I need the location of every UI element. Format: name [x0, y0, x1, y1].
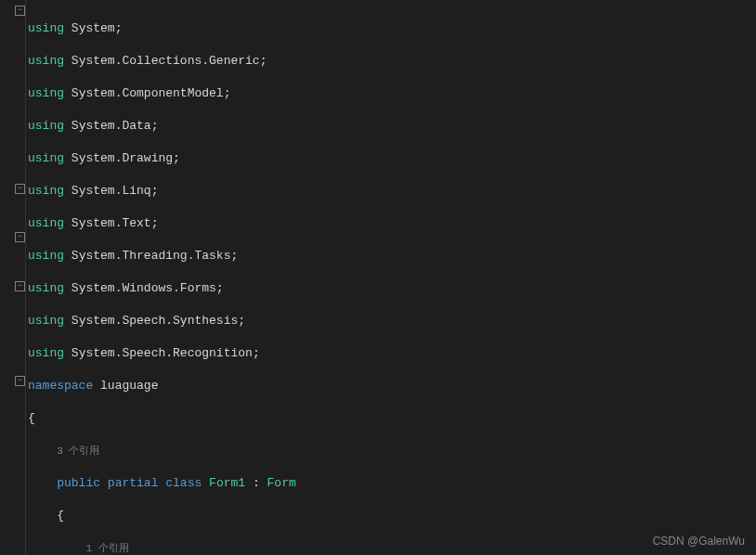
namespace-ref: System.Drawing [72, 151, 173, 165]
namespace-ref: System.Speech.Recognition [72, 346, 253, 360]
namespace-ref: System [72, 21, 115, 35]
codelens-refs[interactable]: 1 个引用 [85, 543, 128, 554]
namespace-ref: System.ComponentModel [72, 86, 224, 100]
keyword-class: class [165, 476, 202, 490]
keyword-using: using [28, 184, 64, 198]
namespace-ref: System.Text [72, 216, 151, 230]
watermark-text: CSDN @GalenWu [653, 535, 745, 548]
namespace-ref: System.Windows.Forms [72, 281, 216, 295]
base-class: Form [267, 476, 296, 490]
fold-icon[interactable]: − [15, 232, 25, 242]
keyword-partial: partial [108, 476, 159, 490]
keyword-using: using [28, 346, 64, 360]
fold-icon[interactable]: − [15, 6, 25, 16]
namespace-ref: System.Speech.Synthesis [72, 314, 238, 328]
namespace-ref: System.Data [72, 119, 151, 133]
keyword-using: using [28, 86, 64, 100]
fold-icon[interactable]: − [15, 184, 25, 194]
keyword-namespace: namespace [28, 379, 93, 393]
codelens-refs[interactable]: 3 个引用 [57, 445, 99, 457]
code-editor: − − − − − using System; using System.Col… [0, 0, 756, 555]
namespace-ref: System.Collections.Generic [72, 54, 260, 68]
namespace-ref: System.Threading.Tasks [72, 249, 231, 263]
namespace-name: luaguage [100, 379, 158, 393]
keyword-using: using [28, 281, 64, 295]
keyword-using: using [28, 216, 64, 230]
keyword-public: public [57, 476, 100, 490]
keyword-using: using [28, 249, 64, 263]
keyword-using: using [28, 54, 64, 68]
fold-icon[interactable]: − [15, 376, 25, 386]
fold-icon[interactable]: − [15, 281, 25, 291]
keyword-using: using [28, 119, 64, 133]
code-content[interactable]: using System; using System.Collections.G… [26, 0, 756, 555]
class-name: Form1 [209, 476, 245, 490]
fold-gutter: − − − − − [0, 0, 26, 555]
keyword-using: using [28, 21, 64, 35]
namespace-ref: System.Linq [72, 184, 151, 198]
keyword-using: using [28, 151, 64, 165]
keyword-using: using [28, 314, 64, 328]
